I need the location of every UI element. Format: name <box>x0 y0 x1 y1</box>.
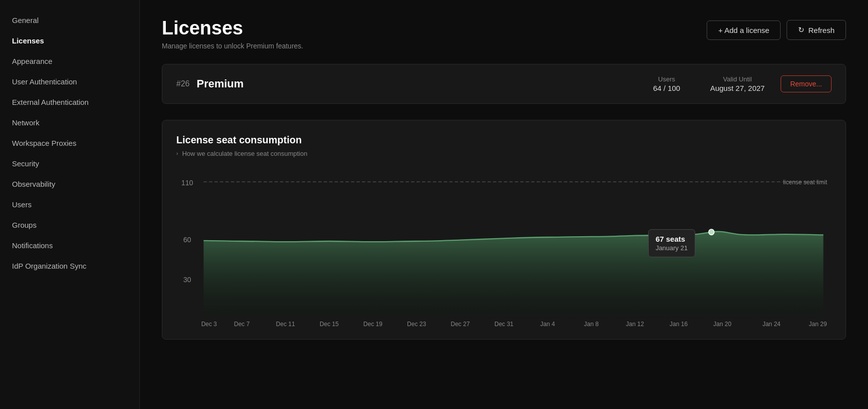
license-tier: Premium <box>197 77 653 90</box>
svg-text:Jan 29: Jan 29 <box>809 321 827 328</box>
refresh-button[interactable]: ↻ Refresh <box>787 20 846 40</box>
users-meta: Users 64 / 100 <box>653 75 680 92</box>
svg-text:Jan 12: Jan 12 <box>626 321 644 328</box>
license-meta: Users 64 / 100 Valid Until August 27, 20… <box>653 75 765 92</box>
sidebar-item-network[interactable]: Network <box>0 112 139 133</box>
license-chart: 110 60 30 license seat limit Dec 3 Dec 7… <box>176 169 832 329</box>
sidebar-item-security[interactable]: Security <box>0 153 139 174</box>
refresh-icon: ↻ <box>798 25 805 34</box>
sidebar-item-groups[interactable]: Groups <box>0 215 139 235</box>
svg-text:30: 30 <box>183 276 191 284</box>
users-value: 64 / 100 <box>653 84 680 92</box>
page-subtitle: Manage licenses to unlock Premium featur… <box>162 42 303 50</box>
svg-text:Dec 15: Dec 15 <box>320 321 339 328</box>
sidebar-item-workspace-proxies[interactable]: Workspace Proxies <box>0 133 139 153</box>
svg-text:Jan 4: Jan 4 <box>540 321 555 328</box>
license-number: #26 <box>176 79 190 88</box>
svg-text:Dec 23: Dec 23 <box>407 321 426 328</box>
sidebar: GeneralLicensesAppearanceUser Authentica… <box>0 0 140 409</box>
svg-text:110: 110 <box>181 179 193 187</box>
svg-text:Dec 7: Dec 7 <box>234 321 250 328</box>
chart-container: 110 60 30 license seat limit Dec 3 Dec 7… <box>176 169 832 329</box>
chevron-right-icon: › <box>176 150 178 156</box>
svg-text:Dec 27: Dec 27 <box>450 321 469 328</box>
sidebar-item-idp-sync[interactable]: IdP Organization Sync <box>0 256 139 276</box>
svg-text:60: 60 <box>183 236 191 244</box>
valid-until-label: Valid Until <box>710 75 765 83</box>
sidebar-item-notifications[interactable]: Notifications <box>0 235 139 256</box>
sidebar-item-user-auth[interactable]: User Authentication <box>0 71 139 92</box>
svg-text:Jan 20: Jan 20 <box>713 321 731 328</box>
add-license-button[interactable]: + Add a license <box>707 20 781 40</box>
sidebar-item-users[interactable]: Users <box>0 194 139 215</box>
users-label: Users <box>653 75 680 83</box>
refresh-label: Refresh <box>808 26 835 34</box>
svg-point-5 <box>709 229 714 235</box>
license-card: #26 Premium Users 64 / 100 Valid Until A… <box>162 64 846 104</box>
svg-text:Jan 24: Jan 24 <box>763 321 781 328</box>
sidebar-item-observability[interactable]: Observability <box>0 174 139 194</box>
header-actions: + Add a license ↻ Refresh <box>707 20 846 40</box>
svg-text:Dec 31: Dec 31 <box>494 321 513 328</box>
svg-text:Dec 11: Dec 11 <box>276 321 295 328</box>
sidebar-item-appearance[interactable]: Appearance <box>0 51 139 71</box>
chart-info-row[interactable]: › How we calculate license seat consumpt… <box>176 150 832 157</box>
sidebar-item-licenses[interactable]: Licenses <box>0 30 139 51</box>
sidebar-item-external-auth[interactable]: External Authentication <box>0 92 139 112</box>
page-header: Licenses Manage licenses to unlock Premi… <box>162 18 846 50</box>
page-title: Licenses <box>162 18 303 39</box>
sidebar-item-general[interactable]: General <box>0 10 139 30</box>
svg-text:Dec 3: Dec 3 <box>201 321 217 328</box>
valid-until-value: August 27, 2027 <box>710 84 765 92</box>
svg-text:Dec 19: Dec 19 <box>364 321 383 328</box>
chart-info-text: How we calculate license seat consumptio… <box>182 150 308 157</box>
chart-title: License seat consumption <box>176 134 832 146</box>
page-title-group: Licenses Manage licenses to unlock Premi… <box>162 18 303 50</box>
valid-until-meta: Valid Until August 27, 2027 <box>710 75 765 92</box>
remove-license-button[interactable]: Remove... <box>781 75 832 92</box>
svg-text:Jan 8: Jan 8 <box>584 321 599 328</box>
svg-text:license seat limit: license seat limit <box>783 178 828 185</box>
chart-section: License seat consumption › How we calcul… <box>162 120 846 340</box>
svg-text:Jan 16: Jan 16 <box>670 321 688 328</box>
main-content: Licenses Manage licenses to unlock Premi… <box>140 0 868 409</box>
